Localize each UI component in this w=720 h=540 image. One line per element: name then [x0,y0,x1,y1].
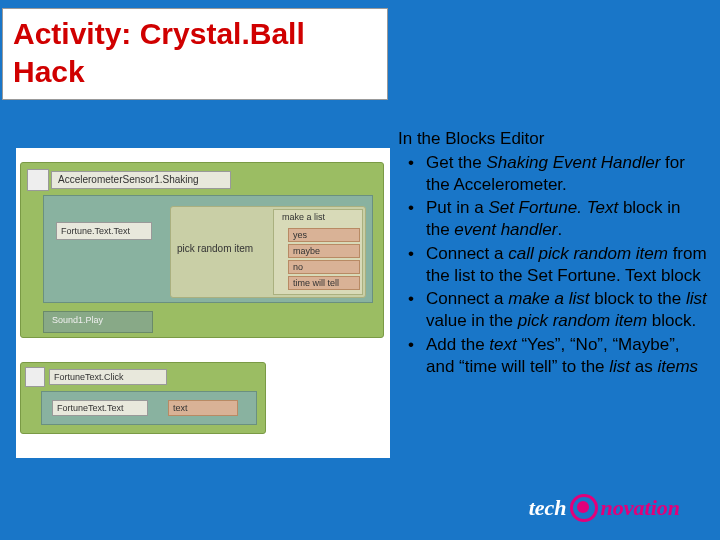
slide-title-box: Activity: Crystal.Ball Hack [2,8,388,100]
instruction-item: Connect a call pick random item from the… [398,243,708,287]
sound-play-label: Sound1.Play [52,315,103,325]
click-label: FortuneText.Click [49,369,167,385]
set-fortune-block: Fortune.Text.Text pick random item make … [43,195,373,303]
instructions-list: Get the Shaking Event Handler for the Ac… [398,152,708,378]
instructions-panel: In the Blocks Editor Get the Shaking Eve… [398,128,708,379]
click-set-block: FortuneText.Text text [41,391,257,425]
pick-random-label: pick random item [177,243,253,254]
make-a-list-block: make a list yes maybe no time will tell [273,209,363,295]
click-set-label: FortuneText.Text [52,400,148,416]
list-item-chip: maybe [288,244,360,258]
instruction-item: Get the Shaking Event Handler for the Ac… [398,152,708,196]
shaking-label: AccelerometerSensor1.Shaking [51,171,231,189]
fortune-text-label: Fortune.Text.Text [56,222,152,240]
logo-bullseye-icon [570,494,598,522]
pick-random-block: pick random item make a list yes maybe n… [170,206,366,298]
logo-text-novation: novation [601,495,680,521]
technovation-logo: tech novation [529,494,680,522]
list-item-chip: time will tell [288,276,360,290]
instruction-item: Connect a make a list block to the list … [398,288,708,332]
list-item-chip: yes [288,228,360,242]
blocks-editor-image: AccelerometerSensor1.Shaking Fortune.Tex… [16,148,390,458]
logo-text-tech: tech [529,495,567,521]
block-thumb-icon [25,367,45,387]
shaking-event-block: AccelerometerSensor1.Shaking Fortune.Tex… [20,162,384,338]
sound-play-block: Sound1.Play [43,311,153,333]
instruction-item: Put in a Set Fortune. Text block in the … [398,197,708,241]
slide-title: Activity: Crystal.Ball Hack [13,15,377,90]
block-thumb-icon [27,169,49,191]
list-item-chip: no [288,260,360,274]
make-list-label: make a list [282,212,325,222]
click-text-chip: text [168,400,238,416]
fortune-click-block: FortuneText.Click FortuneText.Text text [20,362,266,434]
instructions-heading: In the Blocks Editor [398,128,708,150]
instruction-item: Add the text “Yes”, “No”, “Maybe”, and “… [398,334,708,378]
